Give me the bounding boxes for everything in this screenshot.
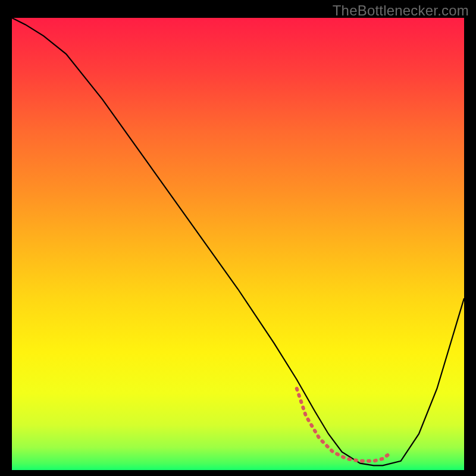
chart-frame	[12, 18, 464, 470]
watermark-text: TheBottlenecker.com	[333, 2, 469, 19]
bottleneck-chart	[12, 18, 464, 470]
chart-background	[12, 18, 464, 470]
